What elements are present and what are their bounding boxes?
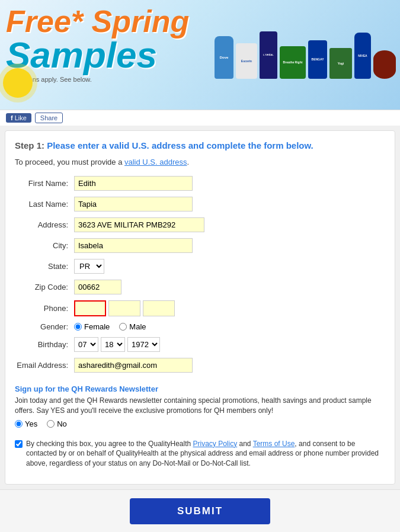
birthday-group: 010203040506070809101112 010203040506070…	[74, 337, 160, 352]
step-label: Step 1:	[15, 140, 44, 150]
submit-area: SUBMIT	[0, 489, 400, 532]
newsletter-no-text: No	[57, 419, 67, 428]
banner-text: Free* Spring Samples *Conditions apply. …	[6, 6, 189, 83]
email-label: Email Address:	[15, 361, 74, 370]
submit-button[interactable]: SUBMIT	[130, 498, 270, 524]
state-select[interactable]: ALAKAZARCACOCTDEFLGAHIIDILINIAKSKYLAMEMD…	[74, 259, 104, 274]
address-input[interactable]	[74, 217, 204, 232]
zip-input[interactable]	[74, 280, 121, 294]
like-label: Like	[15, 114, 27, 121]
valid-address-link[interactable]: valid U.S. address	[124, 158, 187, 166]
social-bar: f Like Share	[0, 110, 400, 126]
consent-text: By checking this box, you agree to the Q…	[26, 439, 385, 469]
city-row: City:	[15, 238, 385, 253]
gender-female-label[interactable]: Female	[74, 322, 110, 331]
share-button[interactable]: Share	[35, 113, 63, 123]
email-row: Email Address:	[15, 358, 385, 373]
step-description: Please enter a valid U.S. address and co…	[47, 140, 313, 150]
form-container: Step 1: Please enter a valid U.S. addres…	[5, 130, 395, 485]
newsletter-no-radio[interactable]	[47, 420, 55, 428]
state-label: State:	[15, 262, 74, 271]
step-header: Step 1: Please enter a valid U.S. addres…	[15, 140, 385, 150]
gender-male-label[interactable]: Male	[119, 322, 146, 331]
zip-label: Zip Code:	[15, 283, 74, 291]
newsletter-no-label[interactable]: No	[47, 419, 67, 428]
gender-label: Gender:	[15, 322, 74, 331]
newsletter-title: Sign up for the QH Rewards Newsletter	[15, 384, 385, 393]
birthday-year-select[interactable]: 1920192519301935194019451950195519601965…	[127, 337, 160, 352]
last-name-input[interactable]	[74, 197, 193, 211]
sun-decoration	[3, 68, 33, 98]
consent-section: By checking this box, you agree to the Q…	[15, 439, 385, 469]
birthday-day-select[interactable]: 0102030405060708091011121314151617181920…	[101, 337, 125, 352]
phone-group	[74, 300, 175, 316]
consent-checkbox[interactable]	[15, 440, 23, 448]
state-row: State: ALAKAZARCACOCTDEFLGAHIIDILINIAKSK…	[15, 259, 385, 274]
newsletter-yes-label[interactable]: Yes	[15, 419, 37, 428]
address-row: Address:	[15, 217, 385, 232]
first-name-input[interactable]	[74, 176, 193, 191]
gender-radio-group: Female Male	[74, 322, 146, 331]
phone-part1[interactable]	[74, 300, 106, 316]
newsletter-radios: Yes No	[15, 419, 385, 428]
consent-text-before: By checking this box, you agree to the Q…	[26, 440, 193, 448]
banner-free-spring: Free* Spring	[6, 6, 189, 37]
product-images: Dove Eucerin L'ORÉAL Breathe Right BENGA…	[210, 0, 400, 110]
address-note: To proceed, you must provide a valid U.S…	[15, 158, 385, 166]
gender-female-radio[interactable]	[74, 323, 82, 331]
zip-row: Zip Code:	[15, 280, 385, 294]
share-label: Share	[40, 114, 57, 121]
phone-row: Phone:	[15, 300, 385, 316]
banner-conditions: *Conditions apply. See below.	[6, 76, 189, 83]
privacy-policy-link[interactable]: Privacy Policy	[193, 440, 238, 448]
birthday-label: Birthday:	[15, 340, 74, 349]
phone-label: Phone:	[15, 304, 74, 313]
phone-part3[interactable]	[143, 300, 175, 316]
banner-samples: Samples	[6, 37, 189, 73]
newsletter-yes-radio[interactable]	[15, 420, 23, 428]
phone-part2[interactable]	[108, 300, 140, 316]
gender-female-text: Female	[84, 322, 110, 331]
newsletter-section: Sign up for the QH Rewards Newsletter Jo…	[15, 380, 385, 439]
facebook-like-button[interactable]: f Like	[6, 113, 31, 123]
consent-text-mid: and	[237, 440, 252, 448]
birthday-month-select[interactable]: 010203040506070809101112	[74, 337, 98, 352]
city-label: City:	[15, 241, 74, 250]
gender-male-radio[interactable]	[119, 323, 127, 331]
birthday-row: Birthday: 010203040506070809101112 01020…	[15, 337, 385, 352]
terms-of-use-link[interactable]: Terms of Use	[253, 440, 295, 448]
last-name-label: Last Name:	[15, 200, 74, 209]
banner: Free* Spring Samples *Conditions apply. …	[0, 0, 400, 110]
address-label: Address:	[15, 220, 74, 229]
last-name-row: Last Name:	[15, 197, 385, 211]
first-name-row: First Name:	[15, 176, 385, 191]
gender-male-text: Male	[129, 322, 146, 331]
first-name-label: First Name:	[15, 179, 74, 188]
email-input[interactable]	[74, 358, 193, 373]
facebook-icon: f	[11, 114, 13, 121]
newsletter-yes-text: Yes	[25, 419, 37, 428]
city-input[interactable]	[74, 238, 193, 253]
newsletter-body: Join today and get the QH Rewards newsle…	[15, 396, 385, 416]
gender-row: Gender: Female Male	[15, 322, 385, 331]
